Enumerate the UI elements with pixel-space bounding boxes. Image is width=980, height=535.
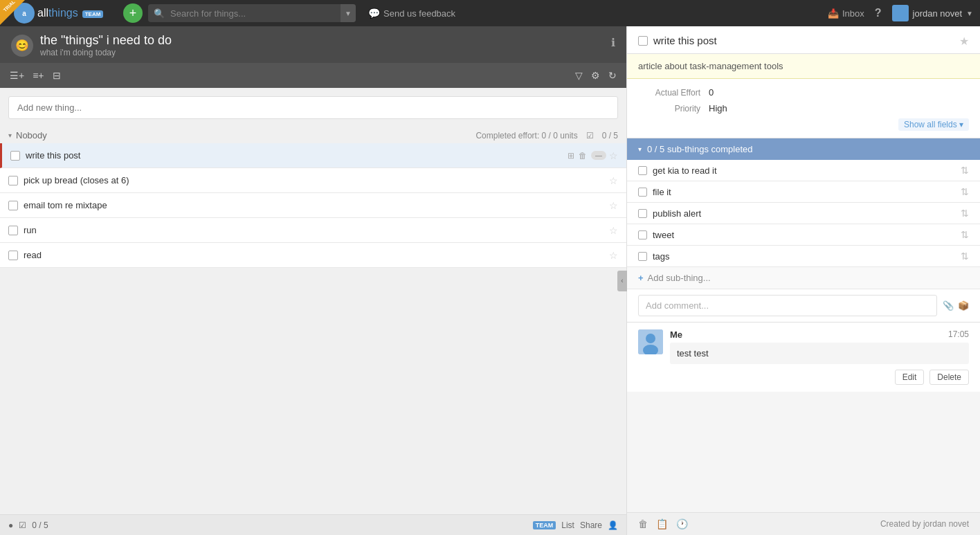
list-item[interactable]: tags ⇅	[627, 246, 980, 267]
detail-header-left: write this post	[638, 35, 717, 46]
subthing-arrows-1[interactable]: ⇅	[961, 165, 969, 176]
subthing-arrows-3[interactable]: ⇅	[961, 208, 969, 219]
subthings-title: 0 / 5 sub-things completed	[647, 144, 752, 154]
subthings-header[interactable]: ▾ 0 / 5 sub-things completed	[627, 138, 980, 160]
column-toggle-button[interactable]: ⊟	[51, 69, 62, 82]
add-button[interactable]: +	[123, 3, 143, 23]
actual-effort-row: Actual Effort 0	[638, 84, 969, 100]
detail-copy-icon[interactable]: 📋	[656, 518, 668, 529]
team-badge: TEAM	[82, 10, 104, 18]
comment-item: Me 17:05 test test Edit Delete	[627, 323, 980, 392]
task-checkbox-1[interactable]	[10, 151, 20, 161]
task-star-3[interactable]: ☆	[609, 200, 618, 211]
detail-checkbox[interactable]	[638, 36, 648, 46]
task-checkbox-2[interactable]	[8, 176, 18, 185]
trial-badge: TRIAL	[0, 0, 25, 25]
task-checkbox-4[interactable]	[8, 226, 18, 235]
show-all-link[interactable]: Show all fields ▾	[898, 118, 969, 131]
user-menu[interactable]: jordan novet ▼	[892, 5, 973, 21]
task-label-5: read	[24, 250, 609, 260]
subthing-arrows-4[interactable]: ⇅	[961, 229, 969, 240]
inbox-button[interactable]: 📥 Inbox	[828, 8, 864, 19]
task-label-3: email tom re mixtape	[24, 200, 609, 210]
user-avatar	[892, 5, 909, 21]
logo-area: a allthings TEAM	[14, 3, 118, 24]
subthing-checkbox-1[interactable]	[638, 166, 647, 175]
task-checkbox-5[interactable]	[8, 251, 18, 260]
add-new-input[interactable]	[8, 96, 618, 119]
list-info-button[interactable]: ℹ	[611, 36, 615, 49]
task-star-2[interactable]: ☆	[609, 175, 618, 186]
main-content: 😊 the "things" i need to do what i'm doi…	[0, 26, 980, 535]
share-button[interactable]: Share	[580, 520, 602, 530]
comment-attach-buttons: 📎 📦	[943, 300, 969, 311]
subthing-checkbox-2[interactable]	[638, 188, 647, 197]
search-input[interactable]	[170, 8, 341, 19]
group-toggle[interactable]: ▾	[8, 132, 12, 139]
progress-circle: ●	[8, 520, 13, 530]
table-row[interactable]: write this post ⊞ 🗑 — ☆	[0, 143, 626, 168]
task-star-1[interactable]: ☆	[609, 150, 618, 161]
task-move-icon[interactable]: ⊞	[568, 151, 574, 161]
list-title: the "things" i need to do	[40, 33, 172, 48]
subthings-toggle-icon: ▾	[638, 145, 642, 153]
detail-star[interactable]: ★	[959, 35, 969, 48]
refresh-button[interactable]: ↻	[607, 69, 618, 82]
help-button[interactable]: ?	[875, 7, 882, 19]
subthing-checkbox-4[interactable]	[638, 230, 647, 239]
list-item[interactable]: get kia to read it ⇅	[627, 160, 980, 181]
list-header: 😊 the "things" i need to do what i'm doi…	[0, 26, 626, 63]
search-area: 🔍 ▼	[148, 4, 356, 22]
comment-header: Me 17:05 test test	[638, 329, 969, 364]
subthing-checkbox-3[interactable]	[638, 209, 647, 218]
toolbar-left: ☰+ ≡+ ⊟	[8, 69, 62, 82]
collapse-button[interactable]: ‹	[617, 271, 627, 291]
task-star-4[interactable]: ☆	[609, 225, 618, 236]
table-row[interactable]: read ☆	[0, 243, 626, 268]
share-icon: 👤	[608, 520, 618, 530]
inbox-icon: 📥	[828, 8, 839, 19]
subthing-arrows-5[interactable]: ⇅	[961, 251, 969, 262]
subthing-label-1: get kia to read it	[653, 165, 961, 176]
attach-file-icon[interactable]: 📎	[943, 300, 954, 311]
filter-button[interactable]: ▽	[574, 69, 584, 82]
right-panel: ‹ write this post ★ article about task-m…	[626, 26, 980, 535]
delete-comment-button[interactable]: Delete	[929, 370, 969, 385]
detail-history-icon[interactable]: 🕐	[676, 518, 688, 529]
table-row[interactable]: run ☆	[0, 218, 626, 243]
attach-dropbox-icon[interactable]: 📦	[958, 300, 969, 311]
task-effort-badge: —	[591, 151, 606, 160]
table-row[interactable]: email tom re mixtape ☆	[0, 193, 626, 218]
priority-row: Priority High	[638, 100, 969, 116]
subthing-checkbox-5[interactable]	[638, 252, 647, 261]
task-delete-icon[interactable]: 🗑	[579, 151, 587, 161]
list-item[interactable]: file it ⇅	[627, 181, 980, 203]
comment-user: Me	[670, 329, 682, 340]
svg-point-3	[646, 334, 655, 343]
detail-header: write this post ★	[627, 26, 980, 54]
detail-delete-icon[interactable]: 🗑	[638, 518, 648, 529]
list-toggle-button[interactable]: ≡+	[31, 69, 45, 82]
actual-effort-value: 0	[709, 87, 714, 98]
trial-text: TRIAL	[3, 0, 17, 12]
subthing-arrows-2[interactable]: ⇅	[961, 186, 969, 197]
add-subthing-row[interactable]: + Add sub-thing...	[627, 267, 980, 289]
filter-toggle-button[interactable]: ☰+	[8, 69, 26, 82]
add-subthing-label: Add sub-thing...	[648, 273, 711, 283]
fields-section: Actual Effort 0 Priority High Show all f…	[627, 79, 980, 138]
task-star-5[interactable]: ☆	[609, 250, 618, 261]
left-panel: 😊 the "things" i need to do what i'm doi…	[0, 26, 626, 535]
detail-note[interactable]: article about task-management tools	[627, 54, 980, 79]
task-checkbox-3[interactable]	[8, 201, 18, 210]
feedback-button[interactable]: 💬 Send us feedback	[361, 8, 462, 19]
status-right: TEAM List Share 👤	[533, 520, 618, 530]
list-item[interactable]: tweet ⇅	[627, 224, 980, 246]
feedback-icon: 💬	[368, 8, 380, 19]
table-row[interactable]: pick up bread (closes at 6) ☆	[0, 168, 626, 193]
inbox-label: Inbox	[842, 8, 864, 19]
comment-input[interactable]	[638, 295, 937, 316]
list-item[interactable]: publish alert ⇅	[627, 203, 980, 224]
settings-button[interactable]: ⚙	[590, 69, 601, 82]
edit-comment-button[interactable]: Edit	[895, 370, 925, 385]
search-dropdown-button[interactable]: ▼	[341, 4, 356, 22]
